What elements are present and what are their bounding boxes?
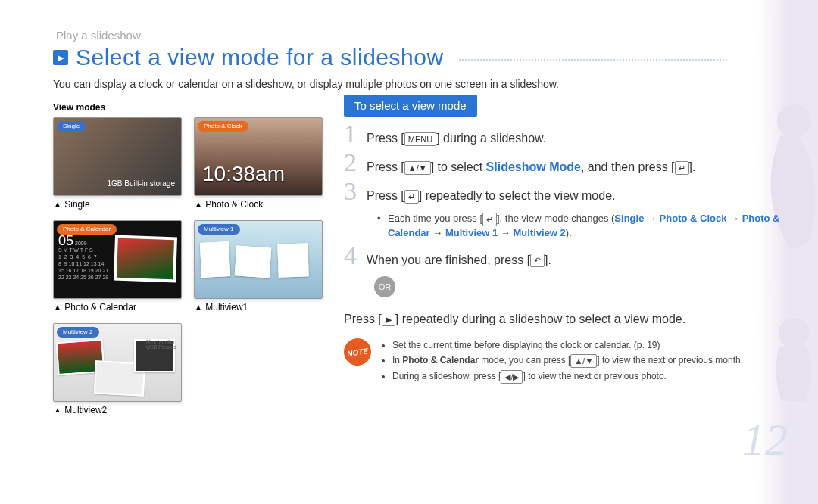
enter-button-icon: ↵ [482,213,497,226]
step-number: 2 [344,154,367,171]
caption-multiview2: ▲ Multiview2 [53,405,182,415]
enter-button-icon: ↵ [404,190,419,204]
note-item: In Photo & Calendar mode, you can press … [392,353,743,368]
thumb-multiview1: Multiview 1 [194,220,323,299]
step-number: 3 [344,183,367,200]
thumb-photo-clock: Photo & Clock 10:38am [194,117,323,196]
title-dots [459,59,727,61]
thumb-multiview2: Multiview 2 Mini Monitor USB Presets [53,323,182,402]
note-item: During a slideshow, press [◀/▶] to view … [392,369,743,384]
or-step: Press [▶] repeatedly during a slideshow … [344,308,818,327]
thumb-ribbon: Single [57,121,86,132]
pin-photo [235,245,272,278]
clock-text: 10:38am [202,162,285,186]
page-title: Select a view mode for a slideshow [76,45,444,70]
note-block: NOTE Set the current time before display… [344,338,818,385]
calendar-mock: 05 2009 S M T W T F S 1 2 3 4 5 6 7 8 9 … [58,238,108,281]
enter-button-icon: ↵ [675,161,689,175]
pin-photo [200,241,230,278]
step-3-sub: Each time you press [↵], the view mode c… [374,212,818,240]
thumb-single: Single 1GB Built-in storage [53,117,182,196]
caption-photo-calendar: ▲ Photo & Calendar [53,302,182,313]
thumb-ribbon: Multiview 1 [198,224,240,235]
or-badge: OR [374,276,395,297]
step-number: 1 [344,126,367,142]
storage-text: 1GB Built-in storage [101,172,182,195]
updown-button-icon: ▲/▼ [404,161,431,175]
page-number: 12 [742,414,788,466]
viewmodes-label: View modes [53,102,326,113]
note-icon: NOTE [342,337,373,368]
slideshow-mode-link: Slideshow Mode [486,160,581,173]
leftright-button-icon: ◀/▶ [501,370,523,384]
step-1: 1 Press [MENU] during a slideshow. [344,126,818,147]
thumb-ribbon: Multiview 2 [57,327,99,338]
step-4: 4 When you are finished, press [↶]. [344,247,818,269]
caption-single: ▲ Single [53,199,182,210]
flower-photo [114,235,177,283]
play-button-icon: ▶ [382,313,395,326]
intro-text: You can display a clock or calendar on a… [53,78,818,90]
step-2: 2 Press [▲/▼] to select Slideshow Mode, … [344,154,818,176]
back-button-icon: ↶ [530,254,545,267]
updown-button-icon: ▲/▼ [570,354,597,368]
thumb-ribbon: Photo & Clock [198,121,248,132]
step-3: 3 Press [↵] repeatedly to select the vie… [344,183,818,204]
step-number: 4 [344,247,367,264]
title-icon: ▶ [53,50,68,65]
section-title: To select a view mode [344,95,477,117]
menu-button-icon: MENU [404,132,436,146]
breadcrumb: Play a slideshow [53,29,818,42]
side-text: Mini Monitor USB Presets [146,339,176,350]
pin-photo [277,243,309,277]
caption-multiview1: ▲ Multiview1 [194,302,323,313]
thumb-photo-calendar: Photo & Calendar 05 2009 S M T W T F S 1… [53,220,182,299]
note-item: Set the current time before displaying t… [392,338,743,352]
caption-photo-clock: ▲ Photo & Clock [194,199,323,210]
